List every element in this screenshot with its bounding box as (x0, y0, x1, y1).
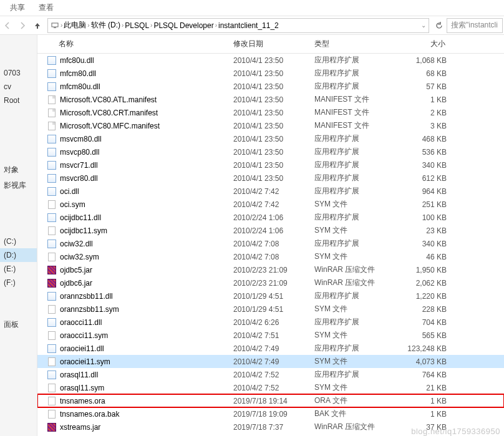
file-row[interactable]: oraociei11.dll2010/4/2 7:49应用程序扩展123,248… (37, 342, 504, 355)
file-row[interactable]: msvcr71.dll2010/4/1 23:50应用程序扩展340 KB (37, 158, 504, 172)
file-row[interactable]: xstreams.jar2019/7/18 7:37WinRAR 压缩文件37 … (37, 420, 504, 434)
chevron-down-icon[interactable]: ⌄ (421, 22, 426, 29)
file-row[interactable]: Microsoft.VC80.ATL.manifest2010/4/1 23:5… (37, 93, 504, 106)
file-size: 57 KB (402, 82, 458, 91)
file-row[interactable]: ociw32.dll2010/4/2 7:08应用程序扩展340 KB (37, 237, 504, 250)
file-row[interactable]: oraociei11.sym2010/4/2 7:49SYM 文件4,073 K… (37, 355, 504, 368)
file-name: tnsnames.ora.bak (60, 410, 233, 419)
breadcrumb[interactable]: › 此电脑 › 软件 (D:) › PLSQL › PLSQL Develope… (47, 18, 429, 33)
chevron-right-icon: › (150, 22, 152, 29)
sidebar-item[interactable]: (D:) (0, 248, 37, 262)
crumb-item[interactable]: PLSQL (125, 21, 149, 30)
file-type: 应用程序扩展 (314, 212, 402, 223)
sidebar-item[interactable] (0, 303, 37, 317)
file-row[interactable]: orasql11.sym2010/4/2 7:52SYM 文件21 KB (37, 381, 504, 394)
file-name: ojdbc6.jar (60, 279, 233, 288)
sidebar-item[interactable] (0, 39, 37, 52)
file-type: MANIFEST 文件 (314, 107, 402, 118)
dll-icon (46, 160, 57, 170)
sidebar-item[interactable]: (F:) (0, 276, 37, 289)
sidebar-item[interactable] (0, 332, 37, 346)
txt-icon (46, 331, 57, 341)
file-row[interactable]: oci.sym2010/4/2 7:42SYM 文件251 KB (37, 198, 504, 211)
file-row[interactable]: msvcm80.dll2010/4/1 23:50应用程序扩展468 KB (37, 132, 504, 145)
file-row[interactable]: Microsoft.VC80.MFC.manifest2010/4/1 23:5… (37, 119, 504, 132)
sidebar-item[interactable]: (E:) (0, 262, 37, 276)
nav-up-button[interactable] (30, 18, 45, 33)
crumb-pc[interactable] (51, 21, 59, 30)
sidebar-item[interactable]: 影视库 (0, 178, 37, 193)
sidebar-item[interactable]: 对象 (0, 162, 37, 178)
file-row[interactable]: orannzsbb11.sym2010/1/29 4:51SYM 文件228 K… (37, 303, 504, 316)
file-row[interactable]: ojdbc6.jar2010/2/23 21:09WinRAR 压缩文件2,06… (37, 276, 504, 289)
file-name: Microsoft.VC80.MFC.manifest (60, 122, 233, 130)
refresh-button[interactable] (432, 18, 447, 33)
col-name[interactable]: 名称 (59, 39, 233, 49)
chevron-right-icon: › (61, 22, 62, 29)
txt-icon (46, 304, 57, 314)
sidebar-item[interactable] (0, 135, 37, 148)
file-row[interactable]: ojdbc5.jar2010/2/23 21:09WinRAR 压缩文件1,95… (37, 263, 504, 276)
file-type: SYM 文件 (314, 225, 402, 236)
file-list[interactable]: mfc80u.dll2010/4/1 23:50应用程序扩展1,068 KBmf… (37, 54, 504, 436)
file-row[interactable]: oraocci11.sym2010/4/2 7:51SYM 文件565 KB (37, 329, 504, 342)
file-row[interactable]: tnsnames.ora.bak2019/7/18 19:09BAK 文件1 K… (37, 407, 504, 420)
file-row[interactable]: orasql11.dll2010/4/2 7:52应用程序扩展764 KB (37, 368, 504, 381)
dll-icon (46, 82, 57, 92)
col-size[interactable]: 大小 (402, 39, 458, 49)
crumb-item[interactable]: 此电脑 (64, 20, 86, 31)
col-date[interactable]: 修改日期 (233, 39, 314, 49)
search-input[interactable]: 搜索"instantcli (447, 18, 503, 33)
dll-icon (46, 317, 57, 327)
crumb-item[interactable]: instantclient_11_2 (218, 21, 279, 30)
sidebar-item[interactable] (0, 52, 37, 66)
crumb-item[interactable]: 软件 (D:) (91, 20, 120, 31)
file-row[interactable]: oraocci11.dll2010/4/2 6:26应用程序扩展704 KB (37, 316, 504, 329)
file-date: 2010/2/24 1:06 (233, 213, 314, 222)
sidebar-item[interactable]: Root (0, 94, 37, 107)
file-row[interactable]: msvcr80.dll2010/4/1 23:50应用程序扩展612 KB (37, 172, 504, 185)
file-row[interactable]: Microsoft.VC80.CRT.manifest2010/4/1 23:5… (37, 106, 504, 119)
file-type: WinRAR 压缩文件 (314, 278, 402, 288)
file-row[interactable]: msvcp80.dll2010/4/1 23:50应用程序扩展536 KB (37, 145, 504, 158)
sidebar-item[interactable]: (C:) (0, 235, 37, 248)
sidebar-item[interactable] (0, 121, 37, 135)
file-row[interactable]: ocijdbc11.sym2010/2/24 1:06SYM 文件23 KB (37, 224, 504, 237)
file-row[interactable]: oci.dll2010/4/2 7:42应用程序扩展964 KB (37, 185, 504, 198)
file-date: 2010/4/2 7:42 (233, 187, 314, 196)
file-type: 应用程序扩展 (314, 317, 402, 327)
sidebar-item[interactable] (0, 207, 37, 221)
sidebar-item[interactable] (0, 221, 37, 235)
file-row[interactable]: mfcm80u.dll2010/4/1 23:50应用程序扩展57 KB (37, 80, 504, 93)
sidebar-item[interactable]: cv (0, 80, 37, 94)
col-type[interactable]: 类型 (314, 39, 402, 49)
sidebar-item[interactable] (0, 148, 37, 162)
crumb-item[interactable]: PLSQL Developer (153, 21, 213, 30)
nav-forward-button[interactable] (15, 18, 30, 33)
sidebar-item[interactable] (0, 193, 37, 207)
file-name: mfcm80u.dll (60, 82, 233, 91)
nav-back-button[interactable] (0, 18, 15, 33)
sidebar-item[interactable] (0, 289, 37, 303)
tab-share[interactable]: 共享 (6, 1, 29, 14)
file-row[interactable]: orannzsbb11.dll2010/1/29 4:51应用程序扩展1,220… (37, 289, 504, 303)
file-row[interactable]: mfc80u.dll2010/4/1 23:50应用程序扩展1,068 KB (37, 54, 504, 67)
chevron-right-icon: › (87, 22, 89, 29)
file-name: mfcm80.dll (60, 69, 233, 78)
file-row[interactable]: ociw32.sym2010/4/2 7:08SYM 文件46 KB (37, 250, 504, 263)
file-type: SYM 文件 (314, 199, 402, 210)
sidebar-item[interactable]: 面板 (0, 317, 37, 332)
nav-sidebar: 0703cvRoot 对象影视库 (C:)(D:)(E:)(F:) 面板 (0, 35, 37, 436)
file-type: 应用程序扩展 (314, 343, 402, 354)
tab-view[interactable]: 查看 (35, 1, 57, 14)
file-row[interactable]: mfcm80.dll2010/4/1 23:50应用程序扩展68 KB (37, 67, 504, 80)
file-row[interactable]: ocijdbc11.dll2010/2/24 1:06应用程序扩展100 KB (37, 211, 504, 224)
file-date: 2010/4/2 7:08 (233, 253, 314, 261)
file-row[interactable]: tnsnames.ora2019/7/18 19:14ORA 文件1 KB (37, 394, 504, 407)
sidebar-item[interactable]: 0703 (0, 66, 37, 80)
dll-icon (46, 291, 57, 301)
file-date: 2010/4/1 23:50 (233, 109, 314, 117)
file-date: 2010/4/1 23:50 (233, 56, 314, 65)
sidebar-item[interactable] (0, 107, 37, 121)
file-size: 764 KB (402, 371, 458, 379)
